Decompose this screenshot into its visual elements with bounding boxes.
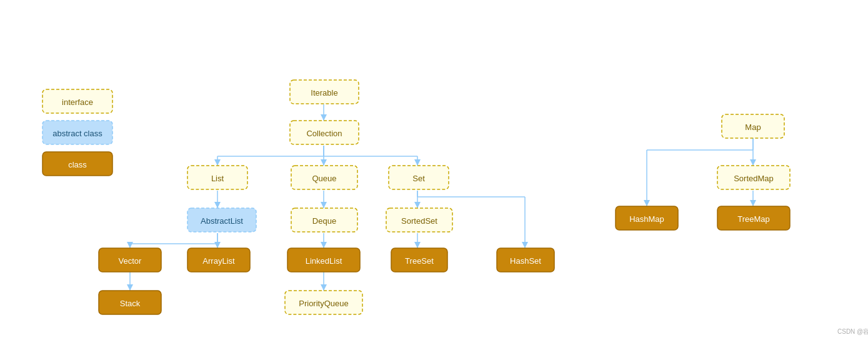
label-sortedset: SortedSet — [401, 216, 437, 226]
arrow-abstractlist-arraylist — [214, 242, 221, 248]
label-treeset: TreeSet — [405, 256, 434, 266]
watermark-label: CSDN @容锌 — [837, 328, 868, 335]
label-vector: Vector — [119, 256, 142, 266]
label-linkedlist: LinkedList — [306, 256, 342, 266]
label-collection: Collection — [306, 129, 342, 138]
arrow-sortedmap-treemap — [750, 200, 756, 206]
arrow-abstractlist-vector — [127, 242, 133, 248]
label-sortedmap: SortedMap — [734, 174, 774, 183]
label-queue: Queue — [312, 174, 336, 183]
label-hashset: HashSet — [510, 256, 541, 266]
arrow-collection-set — [414, 159, 421, 166]
label-hashmap: HashMap — [629, 214, 664, 224]
label-abstractlist: AbstractList — [201, 216, 243, 226]
label-treemap: TreeMap — [737, 214, 770, 224]
legend-abstract-label: abstract class — [52, 129, 102, 138]
arrow-set-hashset — [522, 242, 528, 248]
arrow-map-sortedmap — [750, 159, 756, 166]
arrow-collection-queue — [321, 159, 327, 166]
arrow-deque-linkedlist — [321, 242, 327, 248]
arrow-collection-list — [214, 159, 221, 166]
arrow-iterable-collection — [321, 114, 327, 121]
label-arraylist: ArrayList — [202, 256, 235, 266]
legend-class-label: class — [68, 160, 87, 169]
label-priorityqueue: PriorityQueue — [299, 299, 348, 308]
arrow-set-sortedset — [414, 202, 421, 208]
arrow-vector-stack — [127, 284, 133, 291]
legend-interface-label: interface — [62, 98, 93, 107]
label-iterable: Iterable — [311, 88, 337, 98]
label-deque: Deque — [312, 216, 336, 226]
arrow-list-abstractlist — [214, 202, 221, 208]
label-stack: Stack — [120, 299, 141, 308]
arrow-queue-deque — [321, 202, 327, 208]
label-list: List — [211, 174, 224, 183]
label-set: Set — [412, 174, 425, 183]
arrow-linkedlist-pq — [321, 284, 327, 291]
arrow-sortedset-treeset — [414, 242, 421, 248]
arrow-map-hashmap — [644, 200, 650, 206]
label-map: Map — [745, 122, 761, 132]
diagram: interface abstract class class — [0, 0, 868, 340]
